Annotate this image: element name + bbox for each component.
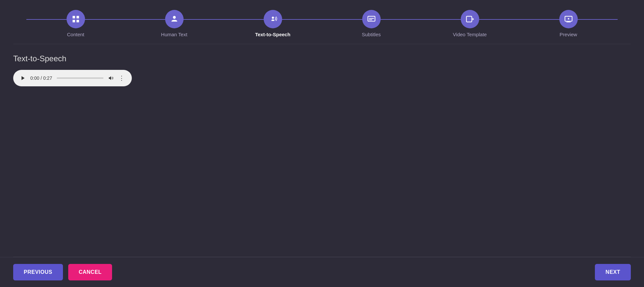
video-icon	[466, 15, 474, 23]
play-icon	[20, 75, 26, 81]
svg-rect-1	[76, 16, 79, 18]
step-preview-label: Preview	[560, 32, 577, 37]
svg-rect-9	[466, 16, 472, 22]
step-content-circle	[67, 10, 85, 28]
step-video-template-circle	[461, 10, 479, 28]
audio-player[interactable]: 0:00 / 0:27 ⋮	[13, 70, 132, 86]
stepper: Content Human Text Text-to-Speech	[26, 10, 618, 37]
previous-button[interactable]: PREVIOUS	[13, 264, 63, 280]
step-human-text[interactable]: Human Text	[125, 10, 223, 37]
content-icon	[72, 15, 80, 23]
step-content[interactable]: Content	[26, 10, 125, 37]
svg-point-12	[568, 18, 569, 19]
step-tts[interactable]: Text-to-Speech	[223, 10, 322, 37]
step-subtitles[interactable]: Subtitles	[322, 10, 421, 37]
step-preview-circle	[559, 10, 578, 28]
svg-point-5	[272, 16, 274, 19]
time-display: 0:00 / 0:27	[30, 75, 52, 81]
stepper-container: Content Human Text Text-to-Speech	[0, 0, 644, 44]
section-title: Text-to-Speech	[13, 54, 631, 63]
step-video-template[interactable]: Video Template	[421, 10, 519, 37]
step-human-text-label: Human Text	[161, 32, 188, 37]
step-content-label: Content	[67, 32, 84, 37]
svg-marker-10	[472, 18, 474, 21]
human-icon	[170, 15, 179, 23]
step-human-text-circle	[165, 10, 184, 28]
step-preview[interactable]: Preview	[519, 10, 618, 37]
footer-right: NEXT	[595, 264, 631, 280]
svg-rect-3	[76, 20, 79, 22]
svg-rect-2	[73, 20, 75, 22]
step-tts-circle	[264, 10, 282, 28]
step-tts-label: Text-to-Speech	[255, 32, 290, 37]
step-video-template-label: Video Template	[453, 32, 487, 37]
preview-icon	[564, 15, 573, 23]
svg-point-4	[173, 16, 176, 19]
volume-icon	[108, 75, 114, 81]
svg-marker-15	[21, 76, 24, 80]
footer: PREVIOUS CANCEL NEXT	[0, 257, 644, 287]
main-content: Text-to-Speech 0:00 / 0:27 ⋮	[0, 44, 644, 257]
svg-rect-0	[73, 16, 75, 18]
next-button[interactable]: NEXT	[595, 264, 631, 280]
step-subtitles-label: Subtitles	[362, 32, 381, 37]
progress-bar[interactable]	[57, 77, 103, 79]
subtitles-icon	[367, 15, 376, 23]
tts-icon	[269, 15, 277, 23]
more-button[interactable]: ⋮	[119, 74, 125, 82]
step-subtitles-circle	[362, 10, 381, 28]
svg-marker-16	[109, 76, 111, 80]
volume-button[interactable]	[108, 75, 114, 81]
cancel-button[interactable]: CANCEL	[68, 264, 112, 280]
play-button[interactable]	[20, 75, 26, 81]
